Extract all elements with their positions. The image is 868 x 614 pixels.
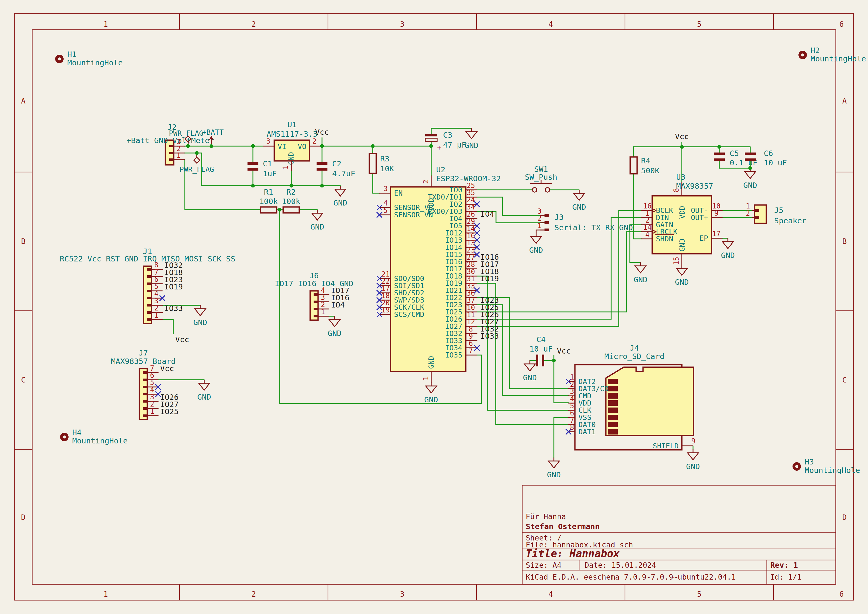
resistor-r4[interactable]: R4 500K	[630, 156, 660, 175]
value: Serial: TX RX GND	[555, 223, 633, 232]
gnd-label: GND	[328, 329, 341, 338]
pin-number: 1	[177, 151, 181, 160]
pin-number: 3	[383, 185, 388, 193]
value: RC522 Vcc RST GND IRQ MISO MOSI SCK SS	[60, 254, 235, 263]
value: 100k	[282, 197, 301, 206]
pin-name: DAT1	[578, 428, 596, 436]
gnd-label: GND	[193, 318, 207, 327]
junction-dot	[195, 151, 199, 155]
junction-dot	[680, 145, 684, 149]
pin-number: 1	[154, 311, 158, 319]
ref: J3	[555, 213, 564, 222]
pin-num-gnd: 1	[422, 376, 430, 380]
wire[interactable]	[554, 360, 569, 403]
grid-column-label: 6	[839, 590, 844, 598]
junction-dot	[749, 166, 752, 170]
vcc-label: Vcc	[557, 346, 571, 355]
capacitor-c4[interactable]: C4 10 uF	[529, 335, 552, 366]
junction-dot	[320, 184, 324, 188]
ref: H3	[804, 457, 814, 466]
vcc-label: Vcc	[175, 335, 189, 344]
junction-dot	[429, 144, 433, 148]
mounting-hole-h3[interactable]: H3 MountingHole	[792, 457, 860, 474]
value: 4.7uF	[332, 169, 355, 178]
sd-contact-pad	[608, 422, 618, 427]
grid-row-label: B	[21, 237, 25, 246]
titleblock-comment1: Für Hanna	[526, 512, 566, 521]
net-label: IO25	[160, 407, 179, 416]
wire[interactable]	[162, 319, 173, 334]
value: 500K	[641, 166, 660, 175]
switch-sw1[interactable]: SW1 SW_Push	[525, 164, 557, 192]
pin-number: 17	[712, 230, 721, 238]
net-label: IO33	[480, 332, 499, 340]
wire[interactable]	[634, 174, 642, 239]
junction-dot	[552, 359, 556, 363]
sd-contact-pad	[608, 386, 618, 391]
gnd-label: GND	[529, 246, 543, 254]
mounting-hole-h2[interactable]: H2 MountingHole	[798, 46, 866, 63]
pin-name: SHDN	[656, 235, 673, 243]
gnd-symbol: GND	[572, 190, 586, 211]
grid-column-label: 4	[549, 590, 553, 598]
gnd-label: GND	[333, 198, 347, 207]
pin-name-shield: SHIELD	[653, 442, 679, 450]
wire[interactable]	[373, 173, 380, 193]
gnd-symbol: GND	[686, 450, 700, 471]
gnd-symbol: GND	[721, 238, 735, 260]
junction-dot	[320, 144, 324, 148]
resistor-r1[interactable]: R1 100k	[259, 188, 278, 213]
value: 10K	[380, 164, 394, 173]
connector-j5-speaker[interactable]: J5 Speaker	[754, 205, 807, 225]
pin-num-vdd: 8	[672, 188, 680, 192]
pin-num: 3	[266, 137, 270, 145]
grid-row-label: D	[21, 513, 25, 522]
gnd-symbol: GND	[529, 233, 543, 254]
ref: R1	[264, 188, 273, 196]
pin-number: 19	[381, 306, 390, 314]
junction-dot	[251, 144, 255, 148]
ref: C6	[764, 149, 773, 158]
gnd-symbol: GND	[547, 457, 561, 479]
pin-name-vo: VO	[298, 143, 307, 151]
title-block: Für Hanna Stefan Ostermann Sheet: / File…	[522, 485, 836, 584]
pin-name: SCS/CMD	[394, 310, 424, 319]
pin-number: 1	[150, 407, 154, 416]
titleblock-date: Date: 15.01.2024	[584, 561, 656, 569]
pwr-flag-label: PWR_FLAG	[180, 165, 214, 174]
pin-num-vdd: 2	[422, 180, 430, 184]
gnd-symbol: GND	[197, 380, 211, 401]
grid-column-label: 3	[400, 590, 405, 598]
mounting-hole-h1[interactable]: H1 MountingHole	[55, 50, 123, 67]
pin-number: 1	[321, 308, 325, 316]
sd-contact-pad	[608, 400, 618, 406]
ref: U1	[287, 120, 296, 129]
titleblock-title: Title: Hannabox	[526, 547, 620, 560]
capacitor-c5[interactable]: C5 0.1 uF	[714, 149, 757, 167]
pin-num: 1	[281, 165, 290, 170]
net-label: Vcc	[160, 364, 174, 373]
titleblock-comment2: Stefan Ostermann	[526, 522, 600, 531]
ref: C4	[536, 335, 546, 344]
wire[interactable]	[477, 218, 642, 319]
capacitor-c1[interactable]: C1 1uF	[248, 159, 277, 178]
wire[interactable]	[554, 417, 569, 457]
junction-dot	[290, 184, 293, 188]
value: MountingHole	[804, 466, 860, 474]
grid-row-label: B	[842, 237, 847, 246]
pin-number: 4	[383, 199, 388, 207]
value: MountingHole	[72, 436, 128, 445]
ref: H1	[67, 50, 76, 59]
resistor-r2[interactable]: R2 100k	[282, 188, 301, 213]
value: Micro_SD_Card	[604, 352, 665, 361]
sd-contact-pad	[608, 408, 618, 413]
wire[interactable]	[477, 232, 642, 312]
ref: H4	[72, 428, 81, 437]
junction-dot	[278, 208, 282, 212]
resistor-r3[interactable]: R3 10K	[369, 154, 394, 173]
titleblock-size: Size: A4	[526, 561, 561, 569]
mounting-hole-h4[interactable]: H4 MountingHole	[60, 428, 128, 445]
gnd-symbol: GND	[743, 168, 757, 190]
ref: SW1	[534, 164, 548, 174]
net-label: IO33	[164, 304, 183, 313]
